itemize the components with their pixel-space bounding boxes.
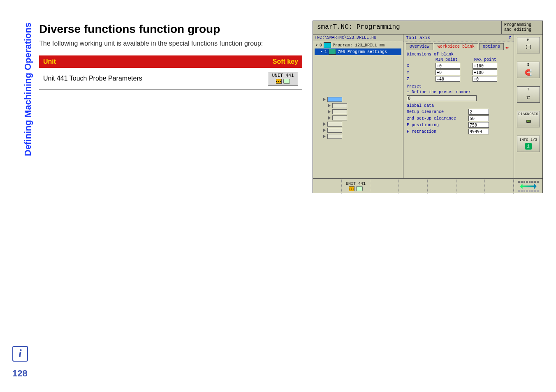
col-header-unit: Unit (39, 55, 232, 68)
view-box (327, 128, 342, 133)
info-button[interactable]: INFO 1/3 i (517, 136, 540, 152)
softkey-slot[interactable] (313, 179, 342, 194)
s-button[interactable]: S 🧲 (517, 62, 540, 78)
y-max-input[interactable] (473, 69, 497, 75)
row-z: Z (407, 76, 510, 82)
dims-label: Dimensions of blank (407, 52, 510, 57)
view-item[interactable] (323, 97, 403, 102)
preset-input[interactable] (407, 95, 477, 101)
second-clearance-label: 2nd set-up clearance (407, 116, 468, 121)
preset-checkbox-label[interactable]: Define the preset number (412, 90, 471, 95)
view-item[interactable] (323, 109, 403, 114)
mode-indicator: Programming and editing (501, 21, 542, 34)
view-item[interactable] (323, 115, 403, 120)
softkey-nav[interactable] (514, 179, 542, 194)
softkey-slot[interactable] (399, 179, 428, 194)
tool-axis-label: Tool axis (406, 35, 508, 40)
mode-line1: Programming (504, 23, 540, 28)
view-item[interactable] (323, 103, 403, 108)
diag-icon: 📟 (523, 117, 534, 126)
form-panel: Tool axis Z Overview Workpiece blank Opt… (403, 35, 514, 178)
tree-label: 700 Program settings (338, 50, 387, 54)
x-min-input[interactable] (436, 63, 460, 69)
tree-item-settings[interactable]: • 1 700 Program settings (315, 48, 401, 55)
softkey-slot[interactable] (370, 179, 399, 194)
diagnosis-label: DIAGNOSIS (518, 112, 538, 116)
f-retraction-label: F retraction (407, 129, 468, 134)
second-clearance-input[interactable] (468, 115, 489, 121)
screenshot-body: TNC:\SMARTNC\123_DRILL.HU ▾ 0 Program: 1… (313, 35, 542, 178)
view-box (332, 109, 347, 114)
play-icon: ▸▸▸ (276, 79, 282, 84)
tool-icon: 🧲 (523, 68, 534, 77)
view-item[interactable] (323, 122, 403, 127)
diagnosis-button[interactable]: DIAGNOSIS 📟 (517, 111, 540, 127)
play-icon: ▸▸▸ (349, 186, 354, 191)
chevron-right-icon (323, 98, 326, 101)
row-x: X (407, 63, 510, 69)
f-retraction-row: F retraction (407, 129, 510, 134)
min-header: MIN point (436, 58, 458, 62)
nav-arrow-icon (520, 184, 537, 189)
form-area: Dimensions of blank MIN point MAX point … (403, 50, 514, 137)
col-headers: MIN point MAX point (407, 58, 510, 62)
program-tree: ▾ 0 Program: 123_DRILL mm • 1 700 Progra… (313, 41, 403, 56)
z-min-input[interactable] (436, 76, 460, 82)
f-positioning-input[interactable] (468, 122, 489, 128)
softkey-slot[interactable] (485, 179, 514, 194)
z-label: Z (407, 77, 436, 81)
setup-clearance-row: Setup clearance (407, 109, 510, 115)
global-header: Global data (407, 104, 510, 108)
view-item[interactable] (323, 134, 403, 139)
monitor-icon: 🖵 (523, 43, 534, 52)
chevron-right-icon (328, 116, 331, 120)
max-header: MAX point (474, 58, 496, 62)
screenshot-title: smarT.NC: Programming (313, 21, 501, 34)
softkey-slot[interactable] (456, 179, 485, 194)
tree-item-program[interactable]: ▾ 0 Program: 123_DRILL mm (315, 42, 401, 48)
setup-clearance-input[interactable] (468, 109, 489, 115)
preset-row: ☐ Define the preset number (407, 90, 510, 95)
s-label: S (527, 63, 529, 67)
chevron-right-icon (328, 110, 331, 113)
chevron-right-icon (323, 122, 326, 126)
view-box (327, 134, 342, 139)
view-box (327, 97, 342, 102)
softkey-bar: UNIT 441 ▸▸▸ (313, 178, 542, 194)
m-button[interactable]: M 🖵 (517, 37, 540, 53)
softkey-slot[interactable] (428, 179, 456, 194)
softkey-label: UNIT 441 (346, 182, 366, 186)
mode-line2: and editing (504, 28, 540, 32)
view-list (313, 97, 403, 139)
tool-axis-value: Z (508, 35, 511, 40)
tab-scroll-icon[interactable]: ◂▸ (505, 45, 510, 51)
tab-overview[interactable]: Overview (406, 43, 433, 50)
chevron-right-icon (323, 129, 326, 132)
tree-idx: 0 (320, 43, 322, 48)
tool-axis-bar: Tool axis Z (403, 35, 514, 42)
x-max-input[interactable] (473, 63, 497, 69)
t-button[interactable]: T ⇄ (517, 86, 540, 103)
page-title: Diverse functions function group (39, 23, 302, 36)
view-item[interactable] (323, 128, 403, 133)
z-max-input[interactable] (473, 76, 497, 82)
y-min-input[interactable] (436, 69, 460, 75)
tab-workpiece-blank[interactable]: Workpiece blank (434, 43, 478, 50)
t-label: T (527, 88, 529, 92)
softkey-unit-441[interactable]: UNIT 441 ▸▸▸ (342, 179, 371, 194)
right-sidebar: M 🖵 S 🧲 T ⇄ DIAGNOSIS 📟 INFO 1/3 i (514, 35, 542, 178)
f-retraction-input[interactable] (468, 129, 489, 134)
x-label: X (407, 64, 436, 68)
chevron-right-icon (323, 135, 326, 138)
view-box (332, 103, 347, 108)
softkey-unit-441: UNIT 441 ▸▸▸ (268, 72, 298, 86)
probe-icon (356, 186, 363, 191)
main-content: Diverse functions function group The fol… (39, 23, 302, 90)
form-tabs: Overview Workpiece blank Options (403, 42, 514, 50)
softkey-cell: UNIT 441 ▸▸▸ (232, 68, 302, 90)
page-dots-bottom (518, 190, 539, 192)
settings-icon (329, 49, 336, 55)
swap-icon: ⇄ (523, 92, 534, 101)
tab-options[interactable]: Options (479, 43, 504, 50)
table-row: Unit 441 Touch Probe Parameters UNIT 441… (39, 68, 302, 90)
